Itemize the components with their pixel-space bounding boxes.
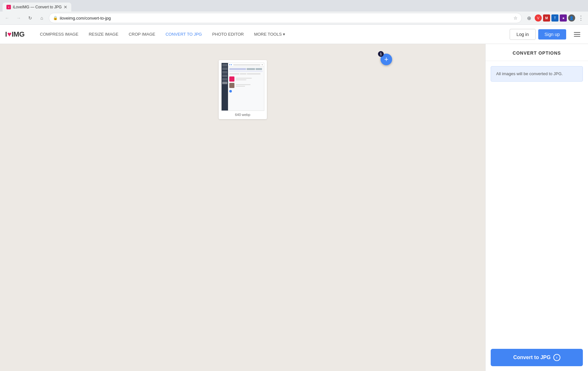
home-button[interactable]: ⌂ [37, 13, 46, 22]
nav-crop-image[interactable]: CROP IMAGE [124, 25, 161, 44]
ext3-icon[interactable]: ★ [560, 14, 567, 22]
preview-block [229, 71, 263, 72]
reload-button[interactable]: ↻ [26, 13, 35, 22]
preview-row [229, 83, 263, 88]
image-preview [221, 63, 264, 111]
preview-block [229, 68, 246, 70]
tab-close-icon[interactable]: ✕ [64, 4, 67, 10]
main-content: 1 + [0, 44, 588, 371]
preview-row [229, 73, 263, 75]
nav-photo-editor[interactable]: PHOTO EDITOR [207, 25, 249, 44]
ext2-icon[interactable]: T [551, 14, 558, 22]
nav-compress-image[interactable]: COMPRESS IMAGE [35, 25, 83, 44]
vivaldi-icon[interactable]: V [535, 14, 542, 22]
browser-chrome: i iLoveIMG — Convert to JPG ✕ ← → ↻ ⌂ 🔒 … [0, 0, 588, 25]
preview-sidebar-item [222, 82, 227, 84]
nav-more-tools[interactable]: MORE TOOLS ▾ [249, 25, 290, 44]
preview-block [247, 68, 255, 70]
image-card: 640 webp [219, 60, 267, 119]
preview-avatar2 [229, 83, 234, 88]
hamburger-line-3 [574, 36, 580, 37]
convert-button-circle-icon: › [553, 354, 560, 361]
preview-inner [222, 63, 264, 110]
ext1-icon[interactable]: M [543, 14, 550, 22]
toolbar-icons: ⊕ V M T ★ 👤 ⋮ [524, 13, 585, 22]
tab-title: iLoveIMG — Convert to JPG [13, 5, 62, 9]
nav-links: COMPRESS IMAGE RESIZE IMAGE CROP IMAGE C… [35, 25, 510, 44]
hamburger-line-2 [574, 34, 580, 35]
preview-header [228, 63, 264, 67]
tab-bar: i iLoveIMG — Convert to JPG ✕ [0, 0, 588, 12]
preview-dot [229, 64, 230, 65]
signup-button[interactable]: Sign up [538, 29, 566, 40]
hamburger-menu-button[interactable] [571, 29, 583, 40]
logo-heart-icon: ♥ [7, 30, 12, 38]
nav-resize-image[interactable]: RESIZE IMAGE [83, 25, 123, 44]
file-count-badge: 1 [378, 51, 384, 57]
preview-sidebar [222, 63, 228, 110]
forward-button[interactable]: → [14, 13, 23, 22]
nav-convert-to-jpg[interactable]: CONVERT TO JPG [160, 25, 207, 44]
preview-sidebar-item [222, 64, 227, 66]
plus-icon: + [384, 56, 389, 63]
image-filename: 640 webp [221, 113, 264, 117]
panel-content: All images will be converted to JPG. [486, 61, 588, 344]
preview-content [228, 67, 264, 94]
nav-actions: Log in Sign up [510, 29, 583, 40]
arrow-icon: › [556, 355, 557, 360]
right-panel: CONVERT OPTIONS All images will be conve… [485, 44, 588, 371]
preview-sidebar-item [222, 78, 227, 81]
extensions-icon[interactable]: ⊕ [524, 13, 533, 22]
convert-to-jpg-button[interactable]: Convert to JPG › [491, 349, 583, 366]
preview-block [236, 86, 245, 87]
url-bar[interactable]: 🔒 iloveimg.com/convert-to-jpg ☆ [49, 13, 522, 23]
preview-sidebar-item [222, 67, 227, 70]
bookmark-icon[interactable]: ☆ [513, 15, 518, 21]
convert-button-label: Convert to JPG [513, 355, 550, 360]
preview-block [240, 73, 247, 75]
browser-tab[interactable]: i iLoveIMG — Convert to JPG ✕ [3, 3, 71, 12]
logo[interactable]: I♥IMG [5, 30, 24, 39]
lock-icon: 🔒 [53, 16, 58, 20]
logo-text: I♥IMG [5, 30, 24, 39]
preview-row [229, 68, 263, 70]
convert-info-text: All images will be converted to JPG. [496, 71, 563, 76]
preview-block [247, 73, 260, 75]
login-button[interactable]: Log in [510, 29, 535, 40]
menu-icon[interactable]: ⋮ [576, 13, 585, 22]
url-text: iloveimg.com/convert-to-jpg [60, 16, 512, 21]
preview-dot [262, 64, 263, 65]
hamburger-line-1 [574, 32, 580, 33]
preview-row [229, 90, 263, 93]
preview-block [229, 73, 239, 75]
back-button[interactable]: ← [3, 13, 12, 22]
panel-title: CONVERT OPTIONS [486, 44, 588, 61]
preview-dot [231, 64, 232, 65]
tab-favicon: i [6, 5, 11, 9]
user-avatar-icon[interactable]: 👤 [568, 14, 575, 22]
app-nav: I♥IMG COMPRESS IMAGE RESIZE IMAGE CROP I… [0, 25, 588, 44]
preview-block [236, 84, 250, 85]
preview-block [229, 90, 232, 93]
preview-block [256, 68, 262, 70]
preview-row [229, 71, 263, 72]
convert-info-box: All images will be converted to JPG. [491, 66, 583, 82]
preview-sidebar-item [222, 75, 227, 77]
preview-sidebar-item [222, 71, 227, 74]
work-area: 1 + [0, 44, 485, 371]
address-bar: ← → ↻ ⌂ 🔒 iloveimg.com/convert-to-jpg ☆ … [0, 12, 588, 24]
preview-row [229, 76, 263, 82]
preview-main [228, 63, 264, 110]
preview-block [236, 78, 252, 79]
panel-footer: Convert to JPG › [486, 344, 588, 371]
add-more-files-button[interactable]: 1 + [381, 54, 392, 65]
preview-block [236, 79, 247, 80]
preview-avatar [229, 76, 234, 82]
